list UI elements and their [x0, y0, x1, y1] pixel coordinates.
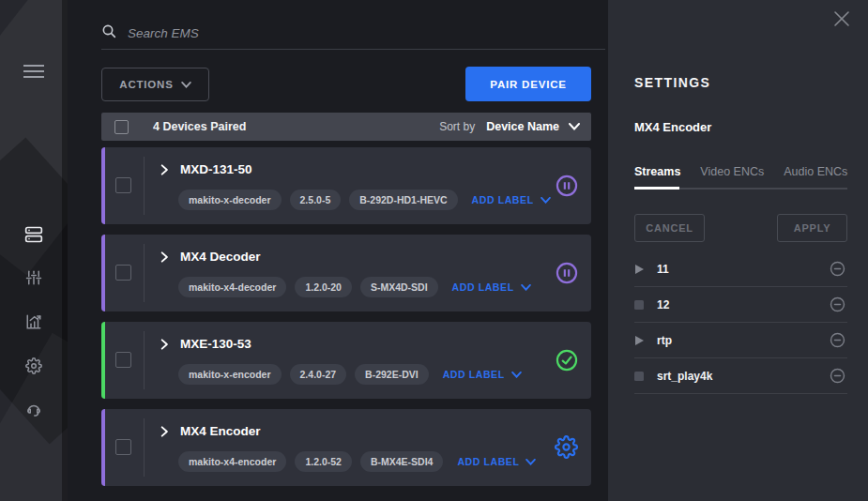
remove-stream-icon[interactable]	[830, 332, 845, 348]
add-label-text: ADD LABEL	[452, 281, 514, 293]
sidebar	[0, 0, 68, 501]
search-icon	[101, 23, 116, 42]
expand-chevron-icon[interactable]	[158, 425, 173, 440]
device-tag-badge: 1.2.0-20	[295, 277, 352, 297]
stream-state-icon[interactable]	[634, 264, 646, 275]
paused-status-icon	[555, 174, 579, 198]
settings-device-name: MX4 Encoder	[634, 120, 711, 134]
toolbar: ACTIONS PAIR DEVICE	[101, 67, 591, 101]
stats-icon[interactable]	[25, 313, 42, 330]
pair-device-button[interactable]: PAIR DEVICE	[465, 67, 591, 101]
stream-state-icon[interactable]	[634, 335, 646, 346]
device-name[interactable]: MX4 Encoder	[180, 424, 261, 438]
chevron-down-icon	[569, 123, 580, 130]
divider	[144, 244, 145, 302]
active-tab-indicator	[634, 187, 679, 190]
chevron-down-icon	[181, 82, 191, 88]
sort-control: Sort by Device Name	[439, 120, 580, 133]
device-name[interactable]: MXD-131-50	[180, 162, 252, 176]
add-label-button[interactable]: ADD LABEL	[443, 369, 522, 380]
chevron-down-icon	[511, 372, 522, 378]
device-status-stripe	[101, 322, 105, 399]
device-tags: makito-x4-encoder1.2.0-52B-MX4E-SDI4 ADD…	[178, 451, 536, 472]
devices-icon[interactable]	[24, 225, 43, 244]
device-tags: makito-x-decoder2.5.0-5B-292D-HD1-HEVC A…	[178, 190, 551, 210]
stream-row: 12	[634, 287, 847, 323]
remove-stream-icon[interactable]	[830, 368, 845, 384]
device-status-stripe	[101, 409, 105, 486]
cancel-button[interactable]: CANCEL	[634, 214, 705, 242]
add-label-button[interactable]: ADD LABEL	[472, 194, 551, 205]
ok-status-icon	[555, 348, 579, 372]
device-row: MXE-130-53 makito-x-encoder2.4.0-27B-292…	[101, 322, 591, 399]
divider	[144, 418, 145, 477]
add-label-button[interactable]: ADD LABEL	[452, 281, 531, 293]
device-tag-badge: B-292D-HD1-HEVC	[349, 190, 457, 210]
device-checkbox[interactable]	[115, 177, 131, 193]
menu-icon[interactable]	[23, 64, 44, 79]
search-input[interactable]	[128, 26, 559, 40]
device-row: MX4 Decoder makito-x4-decoder1.2.0-20S-M…	[101, 235, 591, 311]
device-status-stripe	[101, 147, 105, 224]
device-list-pane: ACTIONS PAIR DEVICE 4 Devices Paired Sor…	[68, 0, 608, 501]
add-label-text: ADD LABEL	[457, 456, 519, 467]
device-tags: makito-x4-decoder1.2.0-20S-MX4D-SDI ADD …	[178, 277, 531, 297]
remove-stream-icon[interactable]	[830, 261, 845, 277]
close-icon[interactable]	[833, 10, 852, 29]
stream-name[interactable]: srt_play4k	[657, 370, 712, 383]
device-status-icon[interactable]	[555, 174, 579, 198]
stream-row: srt_play4k	[634, 358, 847, 394]
stream-name[interactable]: 12	[657, 298, 669, 311]
device-tag-badge: makito-x4-decoder	[178, 277, 286, 297]
apply-button[interactable]: APPLY	[777, 214, 847, 242]
device-tag-badge: 1.2.0-52	[295, 451, 352, 472]
device-tag-badge: B-292E-DVI	[355, 364, 429, 385]
device-row: MX4 Encoder makito-x4-encoder1.2.0-52B-M…	[101, 409, 591, 486]
support-icon[interactable]	[25, 402, 42, 418]
actions-button[interactable]: ACTIONS	[101, 68, 209, 101]
paused-status-icon	[555, 261, 579, 285]
device-tag-badge: S-MX4D-SDI	[360, 277, 438, 297]
device-tag-badge: makito-x4-encoder	[178, 451, 286, 472]
add-label-button[interactable]: ADD LABEL	[457, 456, 536, 467]
stream-row: 11	[634, 251, 847, 287]
ems-app-window: ACTIONS PAIR DEVICE 4 Devices Paired Sor…	[0, 0, 868, 501]
device-checkbox[interactable]	[115, 439, 131, 455]
tab-video-encs[interactable]: Video ENCs	[700, 165, 764, 178]
chevron-down-icon	[541, 197, 551, 204]
actions-button-label: ACTIONS	[119, 79, 173, 90]
stream-state-icon[interactable]	[634, 300, 646, 310]
device-tags: makito-x-encoder2.4.0-27B-292E-DVI ADD L…	[178, 364, 522, 385]
gear-icon[interactable]	[25, 357, 42, 374]
settings-tabs: StreamsVideo ENCsAudio ENCs	[634, 165, 847, 178]
settings-title: SETTINGS	[634, 75, 710, 90]
stream-list: 11 12 rtp srt_play4k	[634, 251, 847, 394]
tab-audio-encs[interactable]: Audio ENCs	[784, 165, 847, 178]
select-all-checkbox[interactable]	[114, 120, 129, 134]
tab-streams[interactable]: Streams	[634, 165, 680, 178]
device-list-header: 4 Devices Paired Sort by Device Name	[101, 113, 591, 141]
divider	[144, 157, 145, 215]
device-name[interactable]: MXE-130-53	[180, 337, 251, 351]
expand-chevron-icon[interactable]	[158, 338, 173, 353]
play-icon	[634, 335, 645, 346]
stream-name[interactable]: rtp	[657, 334, 672, 347]
device-status-icon[interactable]	[555, 435, 579, 460]
stream-name[interactable]: 11	[657, 263, 669, 276]
expand-chevron-icon[interactable]	[158, 250, 173, 266]
device-name[interactable]: MX4 Decoder	[180, 250, 261, 264]
sort-value-dropdown[interactable]: Device Name	[486, 120, 580, 133]
device-checkbox[interactable]	[115, 265, 131, 281]
sliders-icon[interactable]	[25, 269, 42, 286]
device-tag-badge: makito-x-encoder	[178, 364, 282, 385]
chevron-down-icon	[525, 459, 536, 465]
expand-chevron-icon[interactable]	[158, 163, 173, 178]
remove-stream-icon[interactable]	[830, 296, 845, 312]
device-list: MXD-131-50 makito-x-decoder2.5.0-5B-292D…	[101, 147, 591, 496]
device-checkbox[interactable]	[115, 352, 131, 368]
sort-value-label: Device Name	[486, 120, 559, 133]
device-status-icon[interactable]	[555, 261, 579, 285]
device-status-icon[interactable]	[555, 348, 579, 372]
stream-state-icon[interactable]	[634, 372, 646, 381]
stop-icon	[634, 300, 644, 310]
